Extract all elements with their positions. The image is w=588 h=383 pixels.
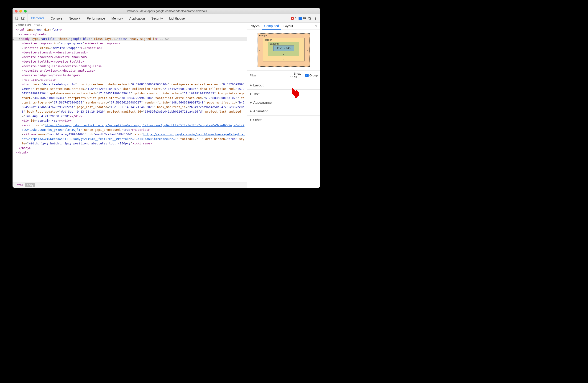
group-text[interactable]: ▶Text: [247, 90, 320, 98]
expand-arrow-icon[interactable]: ▾: [19, 37, 21, 41]
selected-body-node[interactable]: ▾<body type="article" theme="google-blue…: [13, 37, 247, 41]
chevron-right-icon: ▶: [250, 110, 252, 113]
svg-point-5: [315, 19, 316, 20]
error-icon: ✕: [291, 17, 294, 20]
message-icon: ❙: [298, 17, 302, 20]
expand-arrow-icon[interactable]: ▸: [19, 32, 21, 37]
margin-label: margin: [259, 34, 267, 37]
group-layout[interactable]: ▶Layout: [247, 81, 320, 90]
error-count-value: 1: [295, 17, 296, 20]
sidebar-tab-layout[interactable]: Layout: [281, 22, 295, 30]
breadcrumb-item[interactable]: body: [25, 183, 35, 187]
group-other[interactable]: ▶Other: [247, 115, 320, 124]
tab-lighthouse[interactable]: Lighthouse: [166, 14, 188, 22]
panel-tabs: Elements Console Network Performance Mem…: [28, 14, 188, 22]
padding-label: padding: [270, 42, 278, 45]
tab-application[interactable]: Application: [126, 14, 148, 22]
expand-arrow-icon[interactable]: ▸: [22, 132, 24, 137]
svg-point-3: [315, 17, 316, 18]
svg-rect-2: [24, 18, 25, 20]
devtools-window: DevTools - developers.google.com/web/too…: [13, 8, 320, 188]
main-toolbar: Elements Console Network Performance Mem…: [13, 14, 320, 22]
chevron-right-icon: ▶: [250, 84, 252, 87]
expand-arrow-icon[interactable]: ▸: [22, 46, 24, 50]
group-label: Group: [310, 74, 318, 77]
group-appearance[interactable]: ▶Appearance: [247, 98, 320, 107]
breadcrumb-item[interactable]: html: [15, 183, 25, 187]
sidebar-tab-computed[interactable]: Computed: [262, 22, 281, 30]
group-toggle[interactable]: Group: [305, 74, 318, 77]
doctype-node: <!DOCTYPE html>: [16, 23, 42, 27]
show-all-toggle[interactable]: Show all: [290, 72, 303, 79]
tab-network[interactable]: Network: [65, 14, 84, 22]
inspect-element-icon[interactable]: [15, 16, 19, 20]
breadcrumbs: html body: [13, 182, 247, 188]
window-title: DevTools - developers.google.com/web/too…: [13, 9, 320, 13]
checkbox-icon: [305, 74, 309, 77]
debug-info-div[interactable]: <div class="devsite-debug-info" configur…: [13, 82, 247, 118]
tab-security[interactable]: Security: [148, 14, 166, 22]
elements-tree[interactable]: <!DOCTYPE html> <html lang="en" dir="ltr…: [13, 22, 247, 182]
expand-arrow-icon[interactable]: ▸: [22, 77, 24, 82]
checkbox-icon: [290, 74, 293, 77]
message-count[interactable]: ❙ 20: [298, 17, 306, 20]
filter-row: Show all Group: [247, 70, 320, 80]
settings-gear-icon[interactable]: [308, 16, 312, 20]
sidebar-tabs-more-icon[interactable]: »: [314, 24, 319, 28]
tab-memory[interactable]: Memory: [108, 14, 126, 22]
message-count-value: 20: [303, 17, 306, 20]
annotation-arrow-icon: [290, 87, 300, 97]
svg-rect-1: [22, 17, 24, 19]
content-size: 1171 × 845: [273, 45, 294, 51]
sidebar-tabs: Styles Computed Layout »: [247, 22, 320, 30]
group-animation[interactable]: ▶Animation: [247, 107, 320, 115]
tab-console[interactable]: Console: [47, 14, 65, 22]
titlebar: DevTools - developers.google.com/web/too…: [13, 8, 320, 14]
filter-input[interactable]: [250, 74, 288, 77]
expand-arrow-icon[interactable]: ▸: [22, 68, 24, 73]
chevron-right-icon: ▶: [250, 92, 252, 95]
sidebar: Styles Computed Layout » margin ---- bor…: [247, 22, 320, 188]
sidebar-tab-styles[interactable]: Styles: [249, 22, 262, 30]
chevron-right-icon: ▶: [250, 118, 252, 121]
error-count[interactable]: ✕ 1: [291, 17, 296, 20]
property-groups: ▶Layout ▶Text ▶Appearance ▶Animation ▶Ot…: [247, 80, 320, 125]
more-options-icon[interactable]: [314, 16, 318, 20]
device-toolbar-icon[interactable]: [21, 16, 25, 20]
body-row: <!DOCTYPE html> <html lang="en" dir="ltr…: [13, 22, 320, 188]
border-label: border: [264, 38, 272, 41]
show-all-label: Show all: [294, 72, 303, 79]
box-model-diagram[interactable]: margin ---- border ---- padding ---- 117…: [247, 30, 320, 70]
svg-point-4: [315, 18, 316, 19]
tab-elements[interactable]: Elements: [28, 14, 47, 22]
tab-performance[interactable]: Performance: [84, 14, 108, 22]
chevron-right-icon: ▶: [250, 101, 252, 104]
